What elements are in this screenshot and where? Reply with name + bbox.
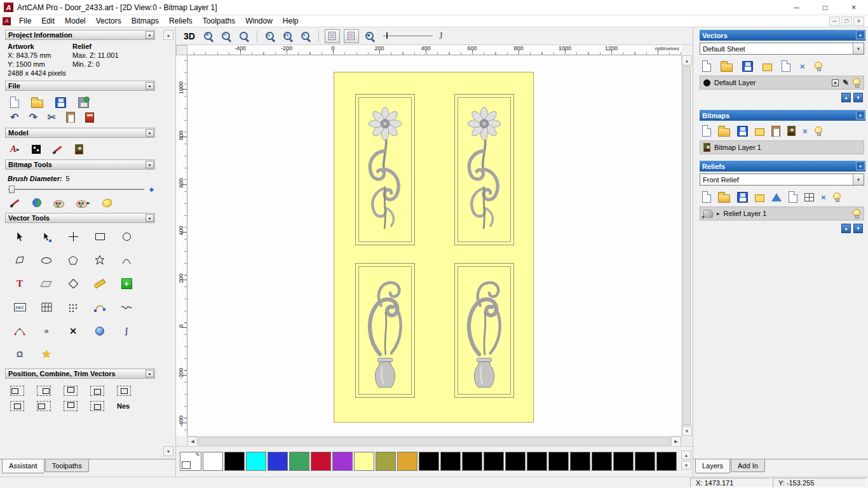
pick-colour-button[interactable] <box>53 198 64 208</box>
relief-grid-button[interactable] <box>804 193 814 201</box>
transform-vectors-button[interactable] <box>60 225 86 248</box>
colour-swatch[interactable] <box>505 452 526 471</box>
weld-vectors-button[interactable] <box>64 401 78 411</box>
toggle-all-bitmaps-visibility-button[interactable] <box>815 128 822 134</box>
colour-swatch[interactable] <box>289 452 309 471</box>
scroll-left-button[interactable]: ◀ <box>187 437 198 447</box>
colour-swatch[interactable] <box>613 452 634 471</box>
colour-swatch[interactable] <box>311 452 331 471</box>
notes-button[interactable] <box>85 112 94 123</box>
menu-item-file[interactable]: File <box>14 15 36 27</box>
set-model-size-button[interactable]: A▸ <box>10 144 20 154</box>
greyscale-preview-button[interactable] <box>75 144 83 154</box>
align-top-button[interactable] <box>64 386 78 396</box>
layer-visibility-button[interactable] <box>853 79 860 86</box>
open-vector-layer-button[interactable] <box>721 60 733 72</box>
bitmap-layer-row[interactable]: Bitmap Layer 1 <box>700 140 864 154</box>
create-ellipse-button[interactable] <box>33 248 60 272</box>
colour-swatch[interactable] <box>635 452 655 471</box>
new-bitmap-layer-button[interactable] <box>702 125 711 137</box>
close-button[interactable]: × <box>839 0 868 15</box>
scroll-up-button[interactable]: ▲ <box>682 55 692 65</box>
sheet-selector[interactable]: Default Sheet ▼ <box>700 43 864 55</box>
colour-swatch[interactable] <box>462 452 482 471</box>
new-vector-layer-button[interactable] <box>702 60 711 72</box>
horizontal-scroll-thumb[interactable] <box>198 437 670 445</box>
vector-doctor-button[interactable]: ★ <box>33 342 60 366</box>
menu-item-help[interactable]: Help <box>278 15 304 27</box>
fit-spline-button[interactable] <box>113 295 140 319</box>
combine-vectors-button[interactable] <box>37 401 51 411</box>
calculate-relief-button[interactable] <box>771 193 782 201</box>
snap-layer-button[interactable] <box>832 79 839 86</box>
colour-swatch[interactable] <box>203 452 223 471</box>
create-diamond-button[interactable] <box>60 272 86 295</box>
copy-bitmap-layer-button[interactable] <box>771 126 780 137</box>
menu-item-model[interactable]: Model <box>60 15 91 27</box>
zoom-in-button[interactable]: + <box>201 29 215 43</box>
new-relief-layer-button[interactable] <box>702 191 711 203</box>
collapse-section-button[interactable]: ▲ <box>146 161 154 168</box>
paint-button[interactable] <box>10 198 20 208</box>
create-text-button[interactable]: T <box>6 272 33 295</box>
collapse-section-button[interactable]: ▲ <box>146 31 154 39</box>
save-vector-layer-button[interactable] <box>742 61 753 72</box>
colour-swatch[interactable] <box>548 452 569 471</box>
move-layer-up-button[interactable]: ▲ <box>841 224 851 233</box>
zoom-out-button[interactable]: − <box>219 29 233 43</box>
mdi-minimize-button[interactable]: ─ <box>829 17 840 26</box>
colour-swatch[interactable] <box>440 452 461 471</box>
align-bottom-button[interactable] <box>90 386 104 396</box>
create-polyline-button[interactable] <box>6 248 33 272</box>
new-sheet-button[interactable] <box>782 60 790 72</box>
menu-item-bitmaps[interactable]: Bitmaps <box>126 15 164 27</box>
collapse-section-button[interactable]: ▲ <box>146 129 154 137</box>
relief-selector[interactable]: Front Relief ▼ <box>700 173 864 186</box>
relief-sheet-button[interactable] <box>789 191 797 203</box>
join-vectors-button[interactable]: » <box>33 319 60 342</box>
wrap-text-button[interactable] <box>33 272 60 295</box>
replace-colour-button[interactable] <box>102 199 112 207</box>
toggle-vector-visibility-button[interactable] <box>344 29 359 43</box>
create-arc-button[interactable] <box>113 248 140 272</box>
align-right-button[interactable] <box>37 386 51 396</box>
vector-layer-row[interactable]: Default Layer ✎ <box>700 76 864 90</box>
tab-assistant[interactable]: Assistant <box>2 459 44 473</box>
collapse-section-button[interactable]: ▲ <box>146 82 154 90</box>
open-model-button[interactable] <box>31 97 43 108</box>
zoom-scale-button[interactable] <box>237 29 251 43</box>
save-model-button[interactable] <box>55 97 66 108</box>
collapse-section-button[interactable]: ▲ <box>146 214 154 222</box>
node-editing-button[interactable] <box>33 225 60 248</box>
toggle-bitmap-visibility-button[interactable] <box>325 29 340 43</box>
redo-button[interactable]: ↷ <box>29 112 37 123</box>
collapse-reliefs-button[interactable]: ▲ <box>856 161 865 170</box>
move-layer-up-button[interactable]: ▲ <box>841 93 851 102</box>
colour-swatch[interactable] <box>592 452 612 471</box>
colour-swatch[interactable] <box>570 452 590 471</box>
colour-swatch[interactable] <box>419 452 439 471</box>
scroll-right-button[interactable]: ▶ <box>671 437 681 447</box>
dropdown-arrow-icon[interactable]: ▼ <box>853 174 864 185</box>
expand-layer-arrow[interactable]: ▸ <box>717 210 720 217</box>
measure-tool-button[interactable] <box>86 272 113 295</box>
menu-item-window[interactable]: Window <box>240 15 278 27</box>
colour-swatch[interactable] <box>246 452 266 471</box>
cut-button[interactable]: ✂ <box>48 112 56 123</box>
scroll-down-button[interactable]: ▼ <box>163 446 173 456</box>
merge-relief-layers-button[interactable] <box>755 193 764 202</box>
select-vectors-button[interactable] <box>6 225 33 248</box>
toggle-all-reliefs-visibility-button[interactable] <box>833 194 841 200</box>
menu-item-toolpaths[interactable]: Toolpaths <box>198 15 240 27</box>
view-3d-button[interactable]: 3D <box>181 29 198 43</box>
create-bezier-button[interactable]: ∫ <box>113 319 140 342</box>
delete-vector-layer-button[interactable]: × <box>800 62 805 71</box>
scroll-down-button[interactable]: ▼ <box>682 426 692 436</box>
tab-add-in[interactable]: Add In <box>731 459 765 472</box>
open-relief-layer-button[interactable] <box>718 191 730 203</box>
collapse-section-button[interactable]: ▲ <box>146 370 154 377</box>
create-rectangle-button[interactable] <box>86 225 113 248</box>
paste-button[interactable] <box>66 112 75 123</box>
scroll-up-button[interactable]: ▲ <box>163 30 173 40</box>
save-relief-layer-button[interactable] <box>737 192 748 203</box>
